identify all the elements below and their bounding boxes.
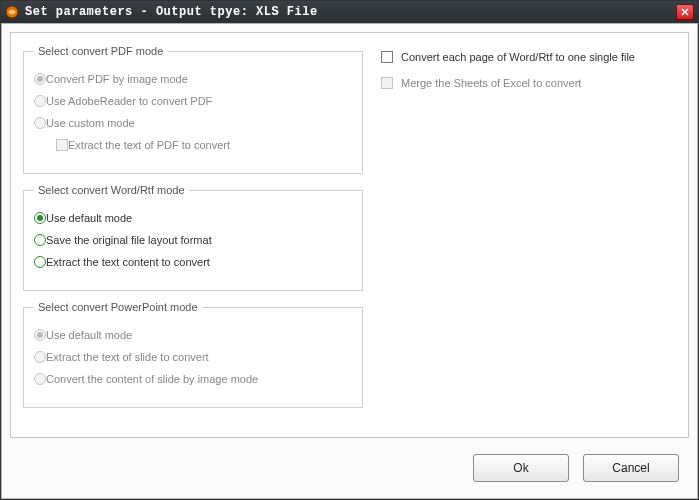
window-title: Set parameters - Output tpye: XLS File bbox=[25, 5, 676, 19]
titlebar: Set parameters - Output tpye: XLS File bbox=[1, 1, 698, 23]
radio-ppt-extract-text: Extract the text of slide to convert bbox=[34, 351, 352, 363]
radio-ppt-default: Use default mode bbox=[34, 329, 352, 341]
radio-icon bbox=[34, 212, 46, 224]
ok-button[interactable]: Ok bbox=[473, 454, 569, 482]
radio-icon bbox=[34, 329, 46, 341]
group-ppt-legend: Select convert PowerPoint mode bbox=[34, 301, 202, 313]
radio-icon bbox=[34, 95, 46, 107]
radio-pdf-custom-mode: Use custom mode bbox=[34, 117, 352, 129]
checkbox-merge-excel-sheets: Merge the Sheets of Excel to convert bbox=[381, 77, 676, 89]
radio-label: Convert the content of slide by image mo… bbox=[46, 374, 258, 385]
radio-word-original-layout[interactable]: Save the original file layout format bbox=[34, 234, 352, 246]
radio-icon bbox=[34, 256, 46, 268]
checkbox-label: Convert each page of Word/Rtf to one sin… bbox=[401, 52, 635, 63]
right-column: Convert each page of Word/Rtf to one sin… bbox=[381, 45, 676, 418]
checkbox-icon bbox=[381, 77, 393, 89]
radio-label: Save the original file layout format bbox=[46, 235, 212, 246]
radio-pdf-image-mode: Convert PDF by image mode bbox=[34, 73, 352, 85]
checkbox-word-page-single-file[interactable]: Convert each page of Word/Rtf to one sin… bbox=[381, 51, 676, 63]
content-area: Select convert PDF mode Convert PDF by i… bbox=[10, 32, 689, 438]
radio-label: Use AdobeReader to convert PDF bbox=[46, 96, 212, 107]
radio-word-extract-text[interactable]: Extract the text content to convert bbox=[34, 256, 352, 268]
radio-icon bbox=[34, 117, 46, 129]
radio-label: Convert PDF by image mode bbox=[46, 74, 188, 85]
radio-pdf-adobereader: Use AdobeReader to convert PDF bbox=[34, 95, 352, 107]
button-label: Cancel bbox=[612, 461, 649, 475]
radio-label: Extract the text content to convert bbox=[46, 257, 210, 268]
checkbox-pdf-extract-text: Extract the text of PDF to convert bbox=[56, 139, 352, 151]
radio-icon bbox=[34, 234, 46, 246]
columns: Select convert PDF mode Convert PDF by i… bbox=[23, 45, 676, 418]
checkbox-icon bbox=[381, 51, 393, 63]
group-word-legend: Select convert Word/Rtf mode bbox=[34, 184, 189, 196]
button-row: Ok Cancel bbox=[473, 454, 679, 482]
group-pdf-mode: Select convert PDF mode Convert PDF by i… bbox=[23, 45, 363, 174]
button-label: Ok bbox=[513, 461, 528, 475]
dialog-window: Set parameters - Output tpye: XLS File S… bbox=[0, 0, 699, 500]
radio-label: Extract the text of slide to convert bbox=[46, 352, 209, 363]
left-column: Select convert PDF mode Convert PDF by i… bbox=[23, 45, 363, 418]
radio-icon bbox=[34, 351, 46, 363]
dialog-body: Select convert PDF mode Convert PDF by i… bbox=[1, 23, 698, 499]
radio-ppt-image-mode: Convert the content of slide by image mo… bbox=[34, 373, 352, 385]
radio-icon bbox=[34, 73, 46, 85]
group-pdf-legend: Select convert PDF mode bbox=[34, 45, 167, 57]
radio-label: Use custom mode bbox=[46, 118, 135, 129]
group-ppt-mode: Select convert PowerPoint mode Use defau… bbox=[23, 301, 363, 408]
radio-label: Use default mode bbox=[46, 330, 132, 341]
checkbox-label: Merge the Sheets of Excel to convert bbox=[401, 78, 581, 89]
group-word-mode: Select convert Word/Rtf mode Use default… bbox=[23, 184, 363, 291]
close-icon bbox=[681, 8, 689, 16]
radio-icon bbox=[34, 373, 46, 385]
radio-word-default[interactable]: Use default mode bbox=[34, 212, 352, 224]
cancel-button[interactable]: Cancel bbox=[583, 454, 679, 482]
close-button[interactable] bbox=[676, 4, 694, 20]
checkbox-icon bbox=[56, 139, 68, 151]
checkbox-label: Extract the text of PDF to convert bbox=[68, 140, 230, 151]
app-icon bbox=[5, 5, 19, 19]
radio-label: Use default mode bbox=[46, 213, 132, 224]
